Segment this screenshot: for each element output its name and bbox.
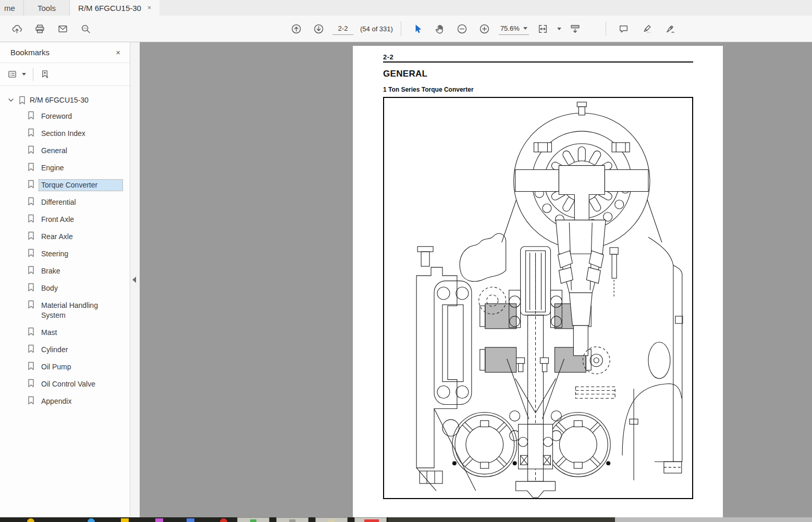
- collapse-left-arrow-icon[interactable]: [132, 277, 136, 283]
- document-canvas[interactable]: 2-2 GENERAL 1 Ton Series Torque Converte…: [140, 42, 812, 517]
- fill-sign-button[interactable]: [662, 20, 679, 37]
- bookmark-item-rear-axle[interactable]: Rear Axle: [0, 228, 130, 245]
- print-button[interactable]: [31, 20, 48, 37]
- new-bookmark-icon[interactable]: [40, 69, 50, 79]
- tab-home[interactable]: me: [0, 0, 24, 16]
- bookmark-icon: [27, 327, 35, 336]
- search-button[interactable]: [77, 20, 94, 37]
- hand-tool-button[interactable]: [432, 20, 448, 37]
- taskbar-app-icon[interactable]: [155, 518, 163, 522]
- taskbar-app-icon[interactable]: [220, 518, 227, 522]
- taskbar-window-button[interactable]: [315, 517, 348, 522]
- bookmark-icon: [27, 128, 35, 137]
- tab-tools[interactable]: Tools: [24, 0, 70, 16]
- taskbar-app-icon[interactable]: [88, 518, 95, 522]
- fit-options-chevron-icon[interactable]: [557, 28, 561, 30]
- taskbar-app-icon[interactable]: [187, 518, 194, 522]
- taskbar-window-button[interactable]: [276, 517, 309, 522]
- fit-width-button[interactable]: [535, 20, 551, 37]
- bookmark-icon: [27, 111, 35, 120]
- zoom-out-button[interactable]: [454, 20, 471, 37]
- bookmark-item-material-handling-system[interactable]: Material Handling System: [0, 297, 130, 324]
- arrow-up-circle-icon: [291, 23, 302, 34]
- share-cloud-button[interactable]: [8, 20, 25, 37]
- zoom-level-value: 75.6%: [500, 24, 520, 32]
- taskbar-window-button[interactable]: [237, 517, 269, 522]
- bookmark-item-oil-pump[interactable]: Oil Pump: [0, 358, 130, 376]
- bookmarks-title: Bookmarks: [10, 48, 50, 57]
- toolbar-center-group: (54 of 331): [288, 20, 584, 37]
- tab-home-label: me: [4, 4, 15, 13]
- printer-icon: [34, 23, 45, 34]
- taskbar-window-button[interactable]: [354, 517, 387, 522]
- previous-page-button[interactable]: [288, 20, 304, 37]
- bookmark-icon: [27, 396, 35, 405]
- bookmark-icon: [27, 266, 35, 275]
- bookmark-item-body[interactable]: Body: [0, 280, 130, 297]
- bookmark-item-brake[interactable]: Brake: [0, 263, 130, 280]
- search-icon: [80, 23, 91, 34]
- email-button[interactable]: [54, 20, 71, 37]
- bookmark-item-engine[interactable]: Engine: [0, 159, 130, 177]
- hand-icon: [434, 23, 445, 34]
- bookmarks-toolbar: [0, 63, 130, 86]
- tab-bar: me Tools R/M 6FGCU15-30 ×: [0, 0, 812, 16]
- plus-circle-icon: [479, 23, 490, 34]
- panel-collapse-strip[interactable]: [130, 42, 140, 517]
- bookmark-root-label: R/M 6FGCU15-30: [30, 96, 89, 104]
- highlighter-icon: [642, 23, 653, 34]
- fit-width-icon: [537, 23, 548, 34]
- envelope-icon: [57, 23, 68, 34]
- bookmarks-panel: Bookmarks ×: [0, 42, 130, 517]
- torque-converter-diagram: [384, 98, 692, 498]
- pdf-page: 2-2 GENERAL 1 Ton Series Torque Converte…: [353, 46, 723, 517]
- bookmark-item-section-index[interactable]: Section Index: [0, 125, 130, 142]
- bookmark-icon: [27, 231, 35, 240]
- next-page-button[interactable]: [310, 20, 327, 37]
- pointer-cursor-icon: [412, 23, 423, 34]
- bookmark-item-oil-control-valve[interactable]: Oil Control Valve: [0, 376, 130, 393]
- chevron-down-icon[interactable]: [7, 96, 15, 104]
- chevron-down-icon: [523, 27, 527, 30]
- tab-document-label: R/M 6FGCU15-30: [78, 4, 141, 13]
- options-chevron-icon[interactable]: [22, 73, 26, 76]
- bookmark-item-steering[interactable]: Steering: [0, 245, 130, 263]
- fountain-pen-icon: [665, 23, 676, 34]
- bookmark-icon: [27, 300, 35, 309]
- figure-frame: [383, 97, 693, 499]
- cloud-upload-icon: [11, 23, 22, 34]
- toolbar-right-group: [604, 20, 679, 37]
- zoom-level-select[interactable]: 75.6%: [499, 22, 529, 35]
- bookmark-item-differential[interactable]: Differential: [0, 194, 130, 211]
- bookmark-item-cylinder[interactable]: Cylinder: [0, 341, 130, 358]
- bookmark-icon: [27, 197, 35, 206]
- select-tool-button[interactable]: [409, 20, 426, 37]
- bookmark-icon: [27, 379, 35, 388]
- zoom-in-button[interactable]: [476, 20, 493, 37]
- bookmark-item-appendix[interactable]: Appendix: [0, 393, 130, 410]
- reading-mode-button[interactable]: [567, 20, 584, 37]
- bookmark-item-foreword[interactable]: Foreword: [0, 108, 130, 125]
- bookmark-item-torque-converter[interactable]: Torque Converter: [0, 177, 130, 194]
- taskbar-app-icon[interactable]: [27, 518, 34, 522]
- acrobat-window: me Tools R/M 6FGCU15-30 ×: [0, 0, 812, 522]
- pdf-page-content: 2-2 GENERAL 1 Ton Series Torque Converte…: [353, 46, 723, 499]
- page-number-input[interactable]: [333, 22, 353, 35]
- bookmarks-close-icon[interactable]: ×: [116, 48, 120, 57]
- bookmark-item-general[interactable]: General: [0, 142, 130, 159]
- highlight-button[interactable]: [638, 20, 655, 37]
- page-count-label: (54 of 331): [360, 25, 393, 33]
- bookmark-item-front-axle[interactable]: Front Axle: [0, 211, 130, 228]
- taskbar-light-segment: [615, 517, 812, 522]
- toolbar-divider: [401, 21, 401, 36]
- tab-document[interactable]: R/M 6FGCU15-30 ×: [70, 0, 159, 16]
- bookmark-options-icon[interactable]: [7, 69, 17, 79]
- windows-taskbar[interactable]: [0, 517, 812, 522]
- bookmark-item-mast[interactable]: Mast: [0, 324, 130, 341]
- tab-bar-empty-space: [159, 0, 812, 16]
- bookmark-icon: [27, 163, 35, 171]
- bookmark-root[interactable]: R/M 6FGCU15-30: [0, 92, 130, 108]
- comment-button[interactable]: [615, 20, 632, 37]
- tab-close-icon[interactable]: ×: [147, 4, 151, 11]
- taskbar-app-icon[interactable]: [121, 518, 129, 522]
